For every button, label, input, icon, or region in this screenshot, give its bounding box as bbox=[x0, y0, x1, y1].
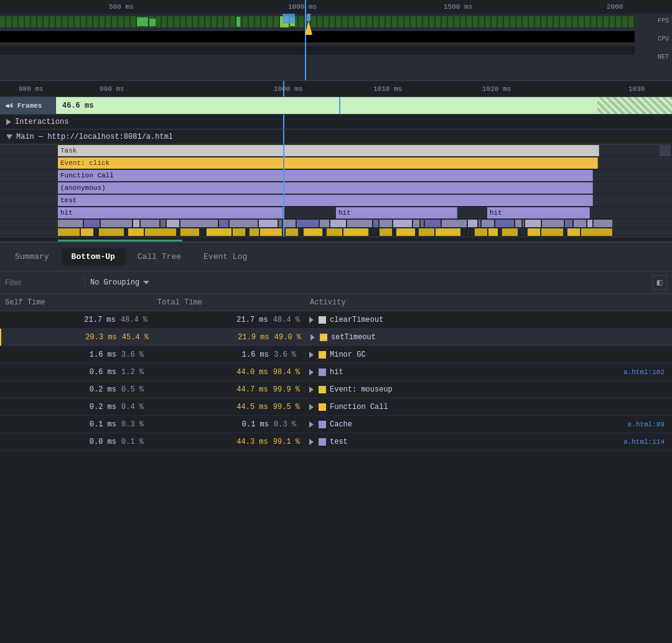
fps-bar bbox=[0, 16, 635, 27]
main-thread-title: Main — http://localhost:8081/a.html bbox=[16, 133, 173, 141]
fps-label: FPS bbox=[658, 17, 669, 24]
cpu-bar bbox=[0, 31, 635, 42]
flame-block-click[interactable]: Event: click bbox=[58, 157, 598, 169]
table-row[interactable]: 1.6 ms 3.6 % 1.6 ms 3.6 % Minor GC bbox=[0, 346, 672, 364]
table-row[interactable]: 21.7 ms 48.4 % 21.7 ms 48.4 % clearTimeo… bbox=[0, 311, 672, 329]
total-time-val-0: 21.7 ms bbox=[236, 316, 268, 324]
flame-label-task: Task bbox=[60, 147, 77, 154]
self-pct-val-4: 0.5 % bbox=[121, 385, 147, 394]
tab-call-tree[interactable]: Call Tree bbox=[128, 248, 191, 265]
cell-self-time-7: 0.0 ms 0.1 % bbox=[0, 438, 152, 446]
self-time-val-1: 20.3 ms bbox=[85, 333, 117, 342]
flame-label-hit-2: hit bbox=[338, 209, 351, 217]
svg-rect-28 bbox=[393, 220, 412, 227]
expand-btn-7[interactable] bbox=[307, 438, 315, 446]
flame-row-hit[interactable]: hit hit hit bbox=[0, 207, 672, 219]
svg-rect-61 bbox=[286, 228, 298, 236]
source-link-7[interactable]: a.html:114 bbox=[623, 438, 670, 446]
table-row[interactable]: 0.0 ms 0.1 % 44.3 ms 99.1 % test a.html:… bbox=[0, 433, 672, 451]
svg-rect-90 bbox=[567, 228, 580, 236]
svg-rect-25 bbox=[347, 220, 372, 227]
self-time-val-5: 0.2 ms bbox=[84, 403, 116, 411]
interactions-expand-icon[interactable] bbox=[6, 119, 11, 125]
zoom-label-980: 980 ms bbox=[19, 85, 44, 93]
table-row[interactable]: 0.2 ms 0.5 % 44.7 ms 99.9 % Event: mouse… bbox=[0, 381, 672, 398]
flame-row-task[interactable]: Task bbox=[0, 144, 672, 157]
main-thread-expand-icon[interactable] bbox=[6, 134, 12, 139]
table-row[interactable]: 20.3 ms 45.4 % 21.9 ms 49.0 % setTimeout bbox=[0, 329, 672, 346]
svg-rect-24 bbox=[330, 220, 346, 227]
svg-rect-21 bbox=[283, 220, 296, 227]
table-row[interactable]: 0.2 ms 0.4 % 44.5 ms 99.5 % Function Cal… bbox=[0, 398, 672, 416]
flame-block-function-call[interactable]: Function Call bbox=[58, 170, 593, 181]
tab-event-log[interactable]: Event Log bbox=[194, 248, 257, 265]
dense-row-1 bbox=[0, 219, 672, 228]
self-time-val-0: 21.7 ms bbox=[83, 316, 116, 324]
frames-row: ◀4 Frames 46.6 ms bbox=[0, 97, 672, 115]
flame-block-hit-3[interactable]: hit bbox=[487, 207, 590, 218]
header-total-time: Total Time bbox=[152, 298, 305, 307]
header-self-time: Self Time bbox=[0, 298, 152, 307]
flame-row-test[interactable]: test bbox=[0, 194, 672, 207]
svg-rect-35 bbox=[482, 220, 494, 227]
data-table: 21.7 ms 48.4 % 21.7 ms 48.4 % clearTimeo… bbox=[0, 311, 672, 451]
expand-btn-6[interactable] bbox=[307, 421, 315, 428]
flame-block-hit-2[interactable]: hit bbox=[336, 207, 457, 218]
flame-label-hit-1: hit bbox=[60, 209, 73, 217]
panel-settings-icon[interactable]: ◧ bbox=[652, 275, 667, 290]
svg-rect-18 bbox=[230, 220, 258, 227]
color-dot-4 bbox=[319, 386, 326, 393]
svg-rect-68 bbox=[374, 228, 375, 236]
overview-timeline: 500 ms 1000 ms 1500 ms 2000 FPS CPU NET bbox=[0, 0, 672, 81]
svg-rect-15 bbox=[167, 220, 179, 227]
ruler-label-1000: 1000 ms bbox=[288, 3, 317, 11]
expand-btn-5[interactable] bbox=[307, 403, 315, 411]
svg-rect-43 bbox=[587, 220, 592, 227]
svg-rect-78 bbox=[469, 228, 471, 236]
svg-rect-56 bbox=[233, 228, 245, 236]
svg-rect-85 bbox=[522, 228, 523, 236]
expand-btn-4[interactable] bbox=[307, 386, 315, 393]
color-dot-5 bbox=[319, 403, 326, 411]
flame-row-anonymous[interactable]: (anonymous) bbox=[0, 182, 672, 194]
zoom-selection-line bbox=[283, 81, 284, 96]
cell-self-time-6: 0.1 ms 0.3 % bbox=[0, 420, 152, 429]
svg-rect-34 bbox=[478, 220, 480, 227]
zoom-label-1000: 1000 ms bbox=[274, 85, 302, 93]
flame-row-function-call[interactable]: Function Call bbox=[0, 169, 672, 182]
source-link-6[interactable]: a.html:89 bbox=[628, 421, 670, 428]
flame-block-test[interactable]: test bbox=[58, 195, 593, 206]
svg-rect-31 bbox=[425, 220, 441, 227]
table-row[interactable]: 0.1 ms 0.3 % 0.1 ms 0.3 % Cache a.html:8… bbox=[0, 416, 672, 433]
cell-self-time-4: 0.2 ms 0.5 % bbox=[0, 385, 152, 394]
activity-name-0: clearTimeout bbox=[330, 316, 383, 324]
tab-bottom-up[interactable]: Bottom-Up bbox=[62, 248, 125, 265]
svg-rect-10 bbox=[84, 220, 100, 227]
flame-block-anonymous[interactable]: (anonymous) bbox=[58, 182, 593, 194]
interactions-row: Interactions bbox=[0, 115, 672, 129]
source-link-3[interactable]: a.html:102 bbox=[623, 368, 670, 376]
total-time-val-5: 44.5 ms bbox=[236, 403, 268, 411]
total-pct-val-5: 99.5 % bbox=[273, 403, 300, 411]
total-pct-val-2: 3.6 % bbox=[274, 350, 300, 359]
tab-summary[interactable]: Summary bbox=[5, 248, 59, 265]
svg-rect-70 bbox=[380, 228, 392, 236]
cell-total-time-0: 21.7 ms 48.4 % bbox=[152, 316, 305, 324]
flame-block-task[interactable]: Task bbox=[58, 145, 599, 156]
table-row[interactable]: 0.6 ms 1.2 % 44.0 ms 98.4 % hit a.html:1… bbox=[0, 364, 672, 381]
flame-row-click[interactable]: Event: click bbox=[0, 157, 672, 169]
expand-btn-3[interactable] bbox=[307, 368, 315, 376]
flame-label-test: test bbox=[60, 197, 77, 204]
filter-input[interactable] bbox=[5, 278, 80, 287]
flame-label-click: Event: click bbox=[60, 159, 110, 167]
expand-btn-0[interactable] bbox=[307, 316, 315, 324]
svg-rect-45 bbox=[58, 228, 80, 236]
flame-block-hit-1[interactable]: hit bbox=[58, 207, 283, 218]
expand-btn-2[interactable] bbox=[307, 351, 315, 359]
svg-rect-69 bbox=[376, 228, 378, 236]
color-dot-1 bbox=[320, 334, 327, 341]
activity-name-5: Function Call bbox=[330, 403, 388, 411]
grouping-select[interactable]: No Grouping bbox=[90, 278, 149, 287]
expand-btn-1[interactable] bbox=[309, 334, 316, 341]
svg-rect-91 bbox=[581, 228, 612, 236]
